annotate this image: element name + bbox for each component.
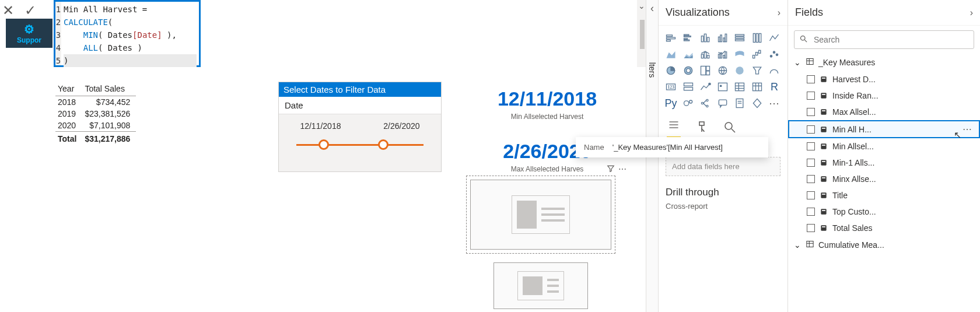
viz-pie[interactable] bbox=[663, 63, 678, 78]
formula-code[interactable]: Min All Harvest = CALCULATE( MIN( Dates[… bbox=[61, 2, 199, 65]
svg-rect-28 bbox=[755, 52, 757, 55]
field-label: Min Allsel... bbox=[832, 142, 874, 151]
viz-stacked-column-100[interactable] bbox=[750, 30, 765, 45]
col-total-sales[interactable]: Total Sales bbox=[82, 82, 136, 96]
more-icon[interactable]: ⋯ bbox=[618, 164, 626, 174]
field-well[interactable]: Add data fields here bbox=[666, 157, 780, 176]
chevron-left-icon[interactable]: ‹ bbox=[646, 2, 658, 15]
checkbox[interactable] bbox=[807, 159, 815, 167]
empty-visual-selected[interactable] bbox=[470, 180, 611, 250]
viz-stacked-area[interactable] bbox=[681, 47, 696, 62]
field-item[interactable]: Minx Allse... bbox=[788, 171, 980, 187]
cancel-formula-icon[interactable]: ✕ bbox=[2, 2, 14, 19]
viz-power-apps[interactable] bbox=[750, 96, 765, 111]
viz-ribbon[interactable] bbox=[732, 47, 747, 62]
field-item[interactable]: Min Allsel... bbox=[788, 138, 980, 155]
slicer-to[interactable]: 2/26/2020 bbox=[383, 121, 419, 131]
slicer-handle-start[interactable] bbox=[318, 139, 329, 150]
table-group-key-measures[interactable]: ⌄ _Key Measures bbox=[788, 54, 980, 71]
viz-paginated[interactable] bbox=[732, 96, 747, 111]
field-item[interactable]: Harvest D... bbox=[788, 71, 980, 87]
viz-map[interactable] bbox=[715, 63, 730, 78]
card-min-allselected[interactable]: 12/11/2018 Min Allselected Harvest bbox=[471, 87, 623, 121]
viz-table[interactable] bbox=[732, 79, 747, 94]
viz-clustered-bar[interactable] bbox=[681, 30, 696, 45]
checkbox[interactable] bbox=[807, 208, 815, 216]
field-tooltip: Name '_Key Measures'[Min All Harvest] bbox=[576, 137, 768, 157]
filter-icon[interactable] bbox=[607, 164, 615, 174]
viz-clustered-column[interactable] bbox=[715, 30, 730, 45]
checkbox[interactable] bbox=[807, 142, 815, 150]
svg-rect-37 bbox=[706, 66, 710, 71]
field-item[interactable]: Top Custo... bbox=[788, 204, 980, 220]
viz-kpi[interactable] bbox=[698, 79, 713, 94]
fields-search[interactable] bbox=[794, 30, 974, 49]
field-item[interactable]: Total Sales bbox=[788, 220, 980, 236]
viz-stacked-column[interactable] bbox=[698, 30, 713, 45]
viz-stacked-bar[interactable] bbox=[663, 30, 678, 45]
search-input[interactable] bbox=[813, 34, 969, 45]
field-item[interactable]: Title bbox=[788, 187, 980, 204]
viz-matrix[interactable] bbox=[750, 79, 765, 94]
svg-rect-80 bbox=[822, 78, 825, 79]
col-year[interactable]: Year bbox=[55, 82, 82, 96]
checkbox[interactable] bbox=[807, 125, 815, 134]
slicer-from[interactable]: 12/11/2018 bbox=[300, 121, 341, 131]
checkbox[interactable] bbox=[807, 175, 815, 183]
viz-slicer[interactable] bbox=[715, 79, 730, 94]
viz-stacked-bar-100[interactable] bbox=[732, 30, 747, 45]
table-row[interactable]: 2020$7,101,908 bbox=[55, 120, 136, 132]
field-more-icon[interactable]: ⋯ bbox=[963, 124, 974, 135]
viz-scatter[interactable] bbox=[766, 47, 782, 62]
checkbox[interactable] bbox=[807, 224, 815, 232]
mode-fields-icon[interactable] bbox=[667, 119, 681, 138]
viz-filled-map[interactable] bbox=[732, 63, 747, 78]
table-row[interactable]: 2019$23,381,526 bbox=[55, 108, 136, 120]
svg-rect-0 bbox=[667, 35, 673, 37]
field-item[interactable]: Min-1 Alls... bbox=[788, 155, 980, 171]
viz-more-icon[interactable]: ⋯ bbox=[766, 96, 782, 111]
svg-rect-18 bbox=[756, 34, 758, 43]
slicer-handle-end[interactable] bbox=[378, 139, 388, 150]
date-slicer[interactable]: Select Dates to Filter Data Date 12/11/2… bbox=[278, 82, 442, 172]
viz-card[interactable]: 123 bbox=[663, 79, 678, 94]
field-item[interactable]: Inside Ran... bbox=[788, 87, 980, 104]
viz-qa[interactable] bbox=[715, 96, 730, 111]
viz-r-script[interactable]: R bbox=[766, 79, 782, 94]
table-group-cumulative[interactable]: ⌄ Cumulative Mea... bbox=[788, 236, 980, 254]
svg-rect-4 bbox=[684, 36, 691, 37]
viz-decomposition-tree[interactable] bbox=[698, 96, 713, 111]
checkbox[interactable] bbox=[807, 92, 815, 100]
commit-formula-icon[interactable]: ✓ bbox=[24, 2, 36, 19]
viz-gauge[interactable] bbox=[766, 63, 782, 78]
formula-editor[interactable]: 1 2 3 4 5 Min All Harvest = CALCULATE( M… bbox=[54, 0, 201, 67]
field-item[interactable]: Max Allsel... bbox=[788, 104, 980, 120]
viz-treemap[interactable] bbox=[698, 63, 713, 78]
field-label: Max Allsel... bbox=[832, 107, 876, 117]
table-visual[interactable]: Year Total Sales 2018$734,452 2019$23,38… bbox=[55, 82, 136, 145]
empty-visual[interactable] bbox=[494, 262, 588, 309]
viz-waterfall[interactable] bbox=[750, 47, 765, 62]
collapse-fields-pane[interactable]: › bbox=[970, 8, 973, 18]
viz-donut[interactable] bbox=[681, 63, 696, 78]
field-item-selected[interactable]: Min All H... ⋯ ↖ bbox=[788, 120, 980, 138]
checkbox[interactable] bbox=[807, 108, 815, 116]
collapse-viz-pane[interactable]: › bbox=[778, 8, 780, 18]
viz-multi-row-card[interactable] bbox=[681, 79, 696, 94]
svg-rect-13 bbox=[725, 34, 727, 41]
viz-area[interactable] bbox=[663, 47, 678, 62]
viz-python[interactable]: Py bbox=[663, 96, 678, 111]
mode-format-icon[interactable] bbox=[695, 120, 709, 138]
table-row[interactable]: 2018$734,452 bbox=[55, 96, 136, 108]
chevron-down-icon[interactable]: ⌄ bbox=[637, 1, 646, 10]
viz-line-clustered-column[interactable] bbox=[715, 47, 730, 62]
viz-key-influencers[interactable] bbox=[681, 96, 696, 111]
canvas-scrollbar[interactable]: ⌄ bbox=[637, 0, 646, 67]
svg-rect-90 bbox=[822, 161, 825, 162]
mode-analytics-icon[interactable] bbox=[723, 120, 737, 138]
viz-funnel[interactable] bbox=[750, 63, 765, 78]
viz-line-stacked-column[interactable] bbox=[698, 47, 713, 62]
viz-line[interactable] bbox=[766, 30, 782, 45]
checkbox[interactable] bbox=[807, 191, 815, 199]
checkbox[interactable] bbox=[807, 75, 815, 83]
